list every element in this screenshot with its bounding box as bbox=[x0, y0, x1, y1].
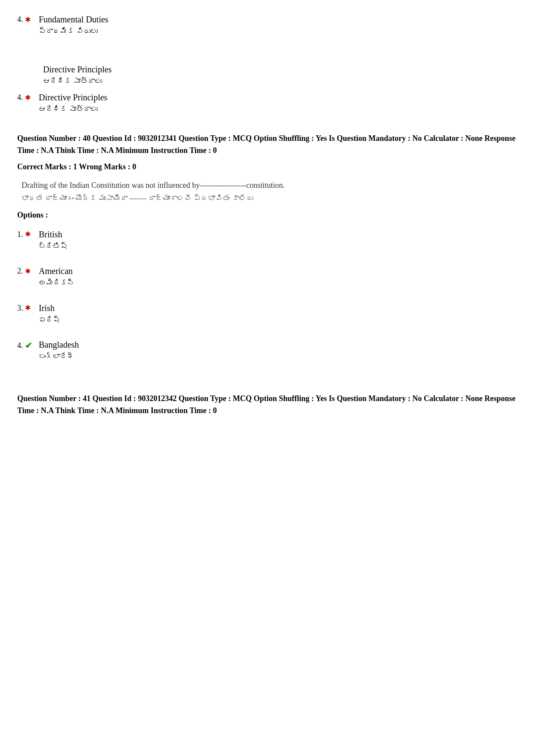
option-40-4-english: Bangladesh bbox=[39, 338, 79, 351]
option-40-1-telugu: బ్రిటిష్ bbox=[39, 241, 68, 252]
option-40-2-star: ✱ bbox=[25, 266, 31, 277]
option-40-1-content: British బ్రిటిష్ bbox=[39, 228, 68, 252]
option-40-1-star: ✱ bbox=[25, 229, 31, 240]
question-41-meta: Question Number : 41 Question Id : 90320… bbox=[17, 392, 517, 417]
option-40-4-check: ✔ bbox=[25, 339, 32, 352]
prev-option-content-directive: Directive Principles ఆదేశిక సూత్రాలు bbox=[43, 63, 112, 87]
prev-option-star-4b: ✱ bbox=[25, 93, 31, 103]
question-40-meta: Question Number : 40 Question Id : 90320… bbox=[17, 132, 517, 157]
prev-option-star-4a: ✱ bbox=[25, 15, 31, 25]
option-40-4-number: 4. ✔ bbox=[17, 338, 39, 352]
option-40-4: 4. ✔ Bangladesh బంగ్లాదేశ్ bbox=[17, 338, 517, 362]
option-40-2-english: American bbox=[39, 264, 75, 277]
prev-option-fundamental-duties: 4. ✱ Fundamental Duties ప్రాథమిక విధులు bbox=[17, 13, 517, 37]
prev-option-telugu-directive: ఆదేశిక సూత్రాలు bbox=[43, 76, 112, 87]
question-41-block: Question Number : 41 Question Id : 90320… bbox=[17, 392, 517, 417]
prev-option-number-4a: 4. ✱ bbox=[17, 13, 39, 25]
option-40-3-content: Irish ఐరిష్ bbox=[39, 302, 60, 326]
question-40-marks: Correct Marks : 1 Wrong Marks : 0 bbox=[17, 161, 517, 173]
option-40-1: 1. ✱ British బ్రిటిష్ bbox=[17, 228, 517, 252]
option-40-3-number: 3. ✱ bbox=[17, 302, 39, 314]
option-40-1-english: British bbox=[39, 228, 68, 241]
option-40-4-telugu: బంగ్లాదేశ్ bbox=[39, 351, 79, 362]
prev-option-english-directive: Directive Principles bbox=[43, 63, 112, 76]
question-40-text-telugu: భారత రాజ్యాంగం యొర్క ముసాయిదా ------- రా… bbox=[17, 193, 517, 204]
question-40-text-english: Drafting of the Indian Constitution was … bbox=[17, 180, 517, 191]
prev-option-telugu-fundamental-duties: ప్రాథమిక విధులు bbox=[39, 26, 109, 37]
option-40-2-number: 2. ✱ bbox=[17, 264, 39, 277]
prev-option-english-fundamental-duties: Fundamental Duties bbox=[39, 13, 109, 26]
option-40-2: 2. ✱ American అమెరికన్ bbox=[17, 264, 517, 289]
options-label-40: Options : bbox=[17, 209, 517, 221]
question-40-block: Question Number : 40 Question Id : 90320… bbox=[17, 132, 517, 362]
prev-option-label-4a: 4. bbox=[17, 14, 23, 25]
prev-question-tail: 4. ✱ Fundamental Duties ప్రాథమిక విధులు … bbox=[17, 13, 517, 115]
option-40-4-content: Bangladesh బంగ్లాదేశ్ bbox=[39, 338, 79, 362]
prev-option-number-4b: 4. ✱ bbox=[17, 91, 39, 103]
prev-option-english-directive2: Directive Principles bbox=[39, 91, 107, 104]
prev-option-directive-principles: Directive Principles ఆదేశిక సూత్రాలు bbox=[43, 63, 517, 87]
option-40-2-content: American అమెరికన్ bbox=[39, 264, 75, 289]
prev-option-content-directive2: Directive Principles ఆదేశిక సూత్రాలు bbox=[39, 91, 107, 115]
option-40-1-number: 1. ✱ bbox=[17, 228, 39, 240]
prev-option-telugu-directive2: ఆదేశిక సూత్రాలు bbox=[39, 104, 107, 115]
option-40-3: 3. ✱ Irish ఐరిష్ bbox=[17, 302, 517, 326]
prev-option-content-4a: Fundamental Duties ప్రాథమిక విధులు bbox=[39, 13, 109, 37]
option-40-2-telugu: అమెరికన్ bbox=[39, 277, 75, 289]
option-40-3-star: ✱ bbox=[25, 303, 31, 313]
option-40-3-telugu: ఐరిష్ bbox=[39, 314, 60, 326]
option-40-3-english: Irish bbox=[39, 302, 60, 314]
